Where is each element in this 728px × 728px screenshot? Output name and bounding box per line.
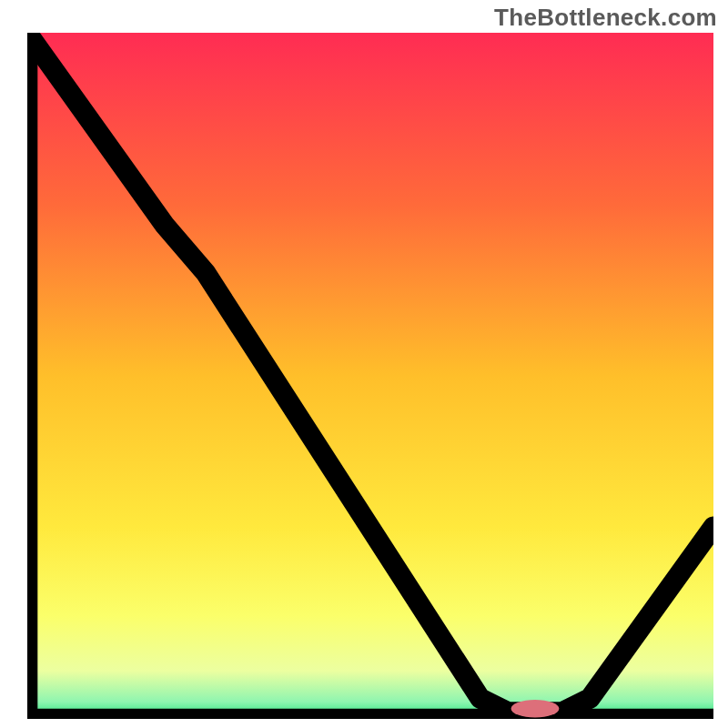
watermark-text: TheBottleneck.com xyxy=(494,4,717,32)
chart-stage: TheBottleneck.com xyxy=(0,0,728,728)
chart-svg xyxy=(27,33,713,719)
chart-plot-area xyxy=(27,33,713,719)
optimal-marker xyxy=(511,700,560,718)
gradient-background xyxy=(27,33,713,719)
